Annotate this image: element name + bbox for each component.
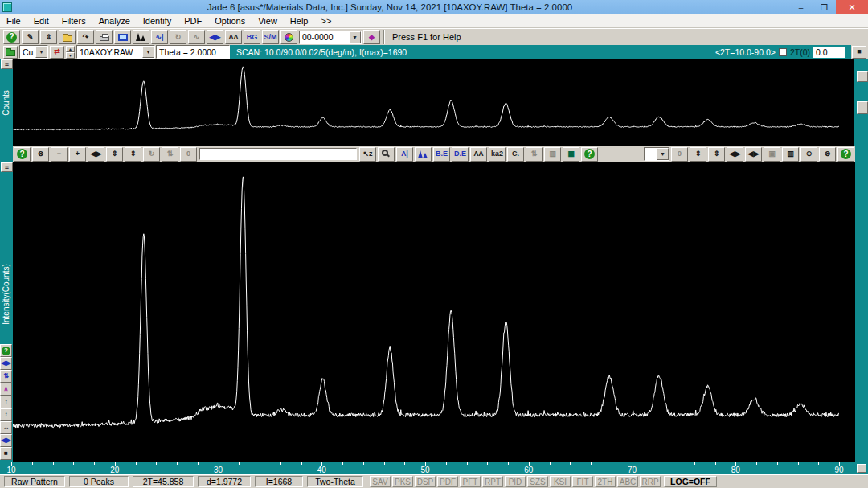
two-theta-zero-field[interactable] [813, 47, 845, 58]
overview-ylabel: Counts [2, 90, 10, 116]
nudge-left-right-button[interactable]: ◀▶ [727, 147, 743, 162]
help-button-3[interactable]: ? [837, 147, 854, 162]
menu-item-filters[interactable]: Filters [55, 14, 92, 28]
target-button[interactable]: ⊙ [800, 147, 817, 162]
help-button[interactable]: ? [0, 344, 12, 357]
help-icon: ? [2, 347, 10, 355]
cancel-icon: ⊗ [825, 150, 831, 158]
expand-horizontal-button[interactable]: ◀▶ [88, 147, 104, 162]
expand-vertical-button[interactable]: ⇕ [106, 147, 123, 162]
tile-windows-button[interactable]: ▦ [563, 147, 579, 162]
ka2-strip-button[interactable]: ka2 [489, 147, 506, 162]
print-button[interactable] [96, 30, 113, 44]
background-edit-button[interactable]: B.E [433, 147, 450, 162]
peak-pair-button[interactable]: ΛΛ [470, 147, 487, 162]
smooth-merge-button[interactable]: S/M [262, 30, 279, 44]
page-up-down-button[interactable]: ⇕ [708, 147, 725, 162]
axis-tick [53, 462, 54, 465]
revert-button[interactable]: ↷ [77, 30, 94, 44]
help-button-2[interactable]: ? [581, 147, 598, 162]
menu-item-edit[interactable]: Edit [27, 14, 55, 28]
display-mode-button[interactable]: ■ [852, 46, 866, 59]
cancel-button[interactable]: ⊗ [819, 147, 836, 162]
fit-vertical-button[interactable]: ⇕ [125, 147, 141, 162]
sort-updown-button[interactable]: ⇕ [40, 30, 57, 44]
file-combo[interactable]: 10AXOY.RAW ▾ [76, 45, 155, 59]
magnifier-mode-button[interactable] [378, 147, 395, 162]
edit-script-button[interactable]: ✎ [22, 30, 39, 44]
main-menu-button[interactable]: ≡ [1, 162, 13, 172]
overview-plot-canvas[interactable] [13, 59, 854, 146]
minimize-button[interactable]: – [789, 0, 813, 14]
restore-button[interactable]: ❐ [813, 0, 836, 14]
pdf-card-combo[interactable]: 00-0000▾ [299, 31, 362, 44]
open-file-button[interactable] [59, 30, 76, 44]
overlay-peaks-button[interactable]: ΛΛ [225, 30, 242, 44]
open-pattern-button[interactable] [3, 46, 18, 59]
find-peaks-button[interactable] [133, 30, 149, 44]
background-button[interactable]: BG [244, 30, 260, 44]
pointer-mode-button[interactable]: ↖z [359, 147, 376, 162]
slide-button[interactable]: ◀▶ [0, 434, 12, 447]
zoom-previous-button[interactable]: ∧ [0, 383, 12, 396]
expand-axis-button[interactable]: ◀▶ [207, 30, 223, 44]
chevron-down-icon[interactable]: ▾ [142, 46, 154, 58]
theta-spinner[interactable]: ▲ ▼ [66, 46, 75, 59]
centroid-button[interactable]: C. [507, 147, 524, 162]
title-bar[interactable]: Jade 6 [asus*/Materials Data, Inc.] Sund… [0, 0, 868, 14]
peak-area-button[interactable] [415, 147, 432, 162]
menu-item-view[interactable]: View [252, 14, 284, 28]
main-plot-canvas[interactable] [13, 162, 855, 462]
log-toggle-button[interactable]: LOG=OFF [664, 476, 717, 487]
status-panel-0: Raw Pattern [4, 476, 65, 487]
close-button[interactable]: ✕ [836, 0, 868, 14]
full-horizontal-button[interactable]: ↔ [0, 421, 12, 434]
page-left-right-button[interactable]: ◀▶ [745, 147, 762, 162]
clear-zoom-button[interactable]: ⊗ [32, 147, 49, 162]
profile-fit-button[interactable]: ∿| [151, 30, 168, 44]
menu-item-analyze[interactable]: Analyze [92, 14, 137, 28]
axis-corner-button[interactable] [857, 464, 866, 473]
theta-field[interactable] [156, 45, 230, 59]
zoom-in-button[interactable]: + [69, 147, 86, 162]
capture-display-button[interactable] [114, 30, 131, 44]
menu-item-file[interactable]: File [0, 14, 27, 28]
pan-vertical-button[interactable]: ⇅ [0, 370, 12, 383]
pan-horizontal-button[interactable]: ◀▶ [0, 357, 12, 370]
wavelength-button[interactable]: ⇄ [50, 46, 64, 59]
help-button[interactable]: ? [14, 147, 31, 162]
menu-item-identify[interactable]: Identify [137, 14, 178, 28]
anode-combo[interactable]: Cu ▾ [19, 45, 48, 59]
simulate-button[interactable]: ◆ [363, 30, 380, 44]
menu-item-[interactable]: >> [314, 14, 338, 28]
spin-up-icon[interactable]: ▲ [66, 46, 75, 52]
two-theta-axis[interactable]: 102030405060708090 [0, 462, 868, 474]
peak-scale-icon: ⇅ [531, 150, 538, 158]
chevron-down-icon[interactable]: ▾ [35, 46, 47, 58]
zoom-history-combo[interactable]: ▾ [644, 147, 669, 161]
overview-menu-button[interactable]: ≡ [1, 59, 13, 69]
overview-scale-button-1[interactable] [857, 71, 868, 82]
help-button[interactable]: ? [3, 30, 20, 44]
smooth-filter-icon: ∿ [194, 34, 200, 41]
toolbar-corner-left [0, 146, 13, 162]
nudge-up-down-button[interactable]: ⇕ [690, 147, 706, 162]
two-theta-zero-checkbox[interactable] [779, 48, 787, 56]
spin-down-icon[interactable]: ▼ [66, 52, 75, 59]
menu-item-pdf[interactable]: PDF [178, 14, 208, 28]
colors-button[interactable] [280, 30, 297, 44]
stop-button[interactable]: ■ [0, 447, 12, 460]
status-search-input[interactable] [199, 148, 357, 160]
zoom-out-button[interactable]: − [51, 147, 68, 162]
menu-item-help[interactable]: Help [284, 14, 315, 28]
histogram-button[interactable]: ▥ [782, 147, 799, 162]
tile-windows-icon: ▦ [567, 150, 575, 158]
chevron-down-icon[interactable]: ▾ [657, 148, 669, 160]
data-edit-button[interactable]: D.E [452, 147, 469, 162]
overview-scale-button-2[interactable] [857, 101, 868, 114]
scroll-up-button[interactable]: ↑ [0, 396, 12, 408]
peak-cursor-button[interactable]: Λ| [396, 147, 413, 162]
chevron-down-icon[interactable]: ▾ [349, 31, 361, 43]
full-vertical-button[interactable]: ↕ [0, 408, 12, 421]
menu-item-options[interactable]: Options [208, 14, 252, 28]
